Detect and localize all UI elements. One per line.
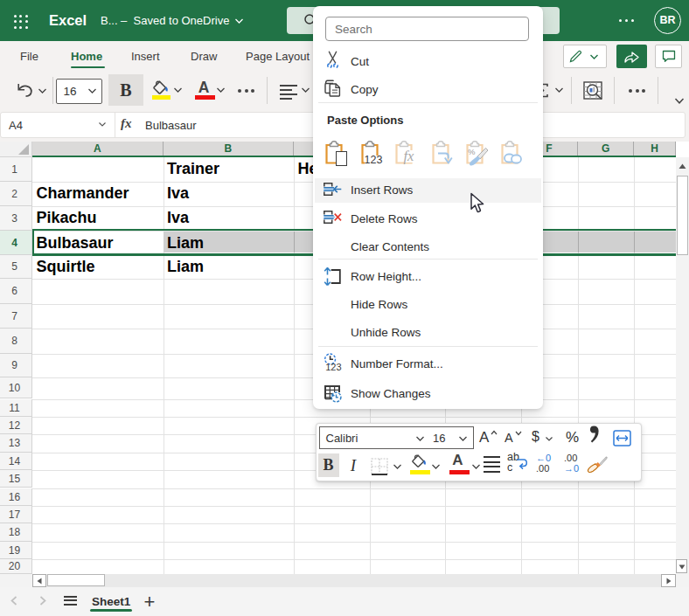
svg-text:%: % — [468, 147, 476, 156]
svg-text:123: 123 — [325, 362, 341, 371]
